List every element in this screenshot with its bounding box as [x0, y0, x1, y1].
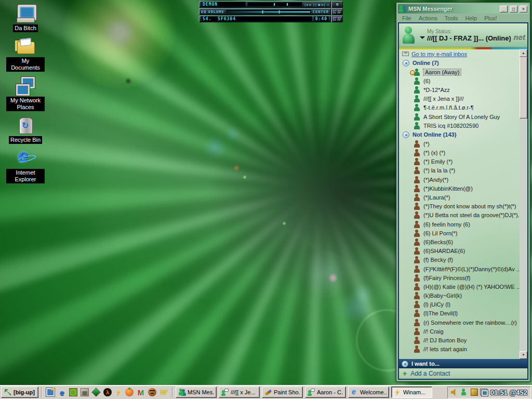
- task-button[interactable]: Aaron - C...: [305, 387, 346, 398]
- volume-icon[interactable]: [451, 389, 458, 396]
- contact-row[interactable]: (*)U Betta not steel da groove(*)DJ(*)..…: [399, 211, 520, 220]
- task-button[interactable]: Winam...: [391, 387, 432, 398]
- clock[interactable]: 01:51 @452: [490, 389, 527, 396]
- close-button[interactable]: ×: [520, 6, 527, 12]
- shade-up-button[interactable]: ▴: [333, 10, 337, 14]
- contact-row[interactable]: //! Craig: [399, 327, 520, 336]
- shade-down-button[interactable]: ▾: [338, 10, 342, 14]
- menu-item[interactable]: Tools: [445, 15, 458, 21]
- winamp-seek-bar[interactable]: [247, 2, 302, 7]
- pause-button[interactable]: ||: [313, 2, 316, 7]
- internet-explorer-icon[interactable]: e: [58, 388, 66, 396]
- task-button[interactable]: ///[[ x Je...: [219, 387, 260, 398]
- contact-row[interactable]: (*)KlubbinKitten(@): [399, 184, 520, 193]
- contact-row[interactable]: (l) jUiCy (l): [399, 300, 520, 309]
- desktop-icon[interactable]: My Network Places: [4, 76, 47, 111]
- contact-row[interactable]: (*) (x) (*): [399, 149, 520, 157]
- next-button[interactable]: ▶|: [322, 2, 325, 7]
- face-app-icon[interactable]: [148, 388, 156, 396]
- contact-row[interactable]: (*)They dont know about my sh(*)t(*): [399, 202, 520, 211]
- contact-row[interactable]: ///[[ x Jena x ]]///: [399, 95, 520, 103]
- contact-row[interactable]: (6) Lil Porn(*): [399, 229, 520, 237]
- contact-row[interactable]: //! DJ Burton Boy: [399, 336, 520, 344]
- clock-app-icon[interactable]: [69, 388, 77, 396]
- contact-row[interactable]: (6) feelin horny (6): [399, 220, 520, 229]
- scroll-up-button[interactable]: ▲: [520, 49, 527, 57]
- menu-item[interactable]: Plus!: [484, 15, 497, 21]
- contact-row[interactable]: (k)Baby~Girl(k): [399, 291, 520, 300]
- contact-row[interactable]: (r) Somewhere over the rainbow....(r): [399, 318, 520, 327]
- msn-status-icon[interactable]: [461, 389, 468, 396]
- desktop-icon-label: Da Bitch: [13, 24, 38, 32]
- eject-button[interactable]: ○: [327, 2, 329, 7]
- task-button[interactable]: MSN Mes...: [176, 387, 217, 398]
- display-name[interactable]: ///[[ DJ - FRAZ ]]... (Online): [427, 34, 511, 42]
- add-contact-row[interactable]: + Add a Contact: [399, 368, 527, 379]
- start-button[interactable]: [big-up]: [1, 387, 38, 398]
- i-want-to-header[interactable]: I want to...: [399, 359, 527, 368]
- collapse-chevron-icon[interactable]: [402, 361, 408, 367]
- task-button[interactable]: Welcome...: [348, 387, 389, 398]
- contact-name: (6)SHARDAE(6): [423, 248, 465, 254]
- network-icon[interactable]: [481, 389, 488, 396]
- contact-row[interactable]: (*) Emily (*): [399, 157, 520, 166]
- eq-volume-slider[interactable]: [226, 10, 311, 14]
- eq-label[interactable]: EQ: [201, 10, 206, 14]
- contact-row[interactable]: //! lets start again: [399, 345, 520, 354]
- prev-button[interactable]: |◀: [304, 2, 308, 7]
- half-life-icon[interactable]: [103, 388, 112, 396]
- fruityloops-icon[interactable]: [125, 388, 134, 396]
- desktop-icon[interactable]: My Documents: [4, 37, 47, 72]
- shade-up-button[interactable]: ▴: [333, 17, 337, 21]
- scrollbar[interactable]: ▲ ▼: [520, 49, 527, 359]
- winamp-icon[interactable]: [115, 388, 122, 396]
- task-button[interactable]: Paint Sho...: [262, 387, 303, 398]
- contact-row[interactable]: ¶-t.ë.r.m.î.ñ.å.t.ø.r-¶: [399, 103, 520, 112]
- status-dropdown-arrow[interactable]: [420, 36, 425, 42]
- desktop-icon[interactable]: Internet Explorer: [4, 149, 47, 183]
- contact-row[interactable]: (F)ºKíttëñª(F)©(L)(*)Danny(*)©(d)Av ...: [399, 264, 520, 273]
- diamond-app-icon[interactable]: [91, 388, 101, 397]
- contact-row[interactable]: (*)Laura(*): [399, 193, 520, 202]
- offline-group-header[interactable]: Not Online (143): [399, 130, 520, 139]
- minimize-button[interactable]: _: [500, 6, 508, 12]
- mail-app-icon[interactable]: [471, 389, 478, 396]
- winamp-knob-button[interactable]: [335, 2, 340, 7]
- collapse-chevron-icon[interactable]: [403, 60, 409, 66]
- contact-row[interactable]: (l)The Devil(l): [399, 309, 520, 318]
- shade-down-button[interactable]: ▾: [338, 17, 342, 21]
- w-app-icon[interactable]: W: [159, 388, 168, 396]
- contact-row[interactable]: Aaron (Away): [399, 68, 520, 76]
- contact-row[interactable]: (f)Fairy Princess(f): [399, 273, 520, 282]
- menu-item[interactable]: Actions: [419, 15, 437, 21]
- email-inbox-row[interactable]: Go to my e-mail inbox: [399, 49, 520, 58]
- email-inbox-link[interactable]: Go to my e-mail inbox: [411, 51, 467, 57]
- play-button[interactable]: ▶: [310, 2, 312, 7]
- my-avatar-icon[interactable]: [401, 26, 417, 45]
- dialer-app-icon[interactable]: [81, 388, 89, 396]
- contact-row[interactable]: (f) Becky (f): [399, 256, 520, 264]
- desktop-icon[interactable]: Recycle Bin: [4, 116, 47, 144]
- contact-row[interactable]: A Short Story Of A Lonely Guy: [399, 112, 520, 121]
- contact-row[interactable]: (*): [399, 139, 520, 148]
- contact-row[interactable]: TRIS icq #108202590: [399, 121, 520, 130]
- online-group-header[interactable]: Online (7): [399, 58, 520, 68]
- collapse-chevron-icon[interactable]: [403, 131, 409, 138]
- scroll-down-button[interactable]: ▼: [520, 351, 527, 359]
- maximize-button[interactable]: □: [510, 6, 517, 12]
- contact-row[interactable]: (6)Becks(6): [399, 237, 520, 246]
- scroll-thumb[interactable]: [520, 57, 527, 118]
- contact-row[interactable]: (*)Andy(*): [399, 175, 520, 184]
- menu-item[interactable]: Help: [466, 15, 477, 21]
- stop-button[interactable]: ■: [318, 2, 321, 7]
- contact-row[interactable]: (6)SHARDAE(6): [399, 247, 520, 256]
- menu-item[interactable]: File: [402, 15, 411, 21]
- contact-row[interactable]: *D-12*Azz: [399, 85, 520, 94]
- m-app-icon[interactable]: [137, 388, 145, 396]
- contact-row[interactable]: (*) la la la (*): [399, 166, 520, 175]
- desktop-icon[interactable]: Da Bitch: [4, 4, 47, 32]
- contact-row[interactable]: (H)(@) Katie (@)(H) (*) YAHOO!WE ...: [399, 282, 520, 291]
- contact-row[interactable]: (6): [399, 76, 520, 85]
- show-desktop-icon[interactable]: [46, 388, 55, 396]
- title-bar[interactable]: MSN Messenger _ □ ×: [398, 4, 528, 14]
